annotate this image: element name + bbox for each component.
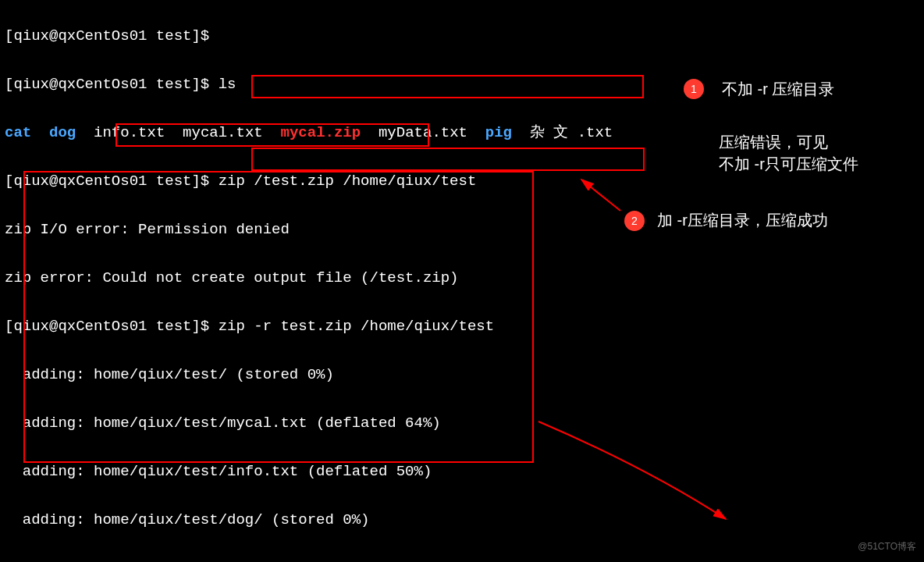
ls-output-1: cat dog info.txt mycal.txt mycal.zip myD… xyxy=(5,121,702,145)
zip-command-1: [qiux@qxCentOs01 test]$ zip /test.zip /h… xyxy=(5,169,702,194)
zip-adding-line: adding: home/qiux/test/mycal.zip (stored… xyxy=(5,557,702,562)
annotation-badge-1: 1 xyxy=(684,79,704,99)
annotation-note-3: 加 -r压缩目录，压缩成功 xyxy=(657,209,828,231)
file-mydata: myData.txt xyxy=(378,124,467,141)
zip-error-output: zip error: Could not create output file … xyxy=(5,266,702,290)
annotation-badge-2: 2 xyxy=(624,211,645,231)
dir-cat: cat xyxy=(5,124,31,141)
zip-adding-line: adding: home/qiux/test/mycal.txt (deflat… xyxy=(5,411,702,436)
file-zawen: 杂 文 .txt xyxy=(530,124,613,141)
dir-pig: pig xyxy=(485,124,512,141)
zip-command-2: [qiux@qxCentOs01 test]$ zip -r test.zip … xyxy=(5,315,702,339)
zip-adding-line: adding: home/qiux/test/info.txt (deflate… xyxy=(5,460,702,484)
file-mycal-txt: mycal.txt xyxy=(183,124,263,141)
prompt-line-ls: [qiux@qxCentOs01 test]$ ls xyxy=(5,73,702,97)
prompt-line: [qiux@qxCentOs01 test]$ xyxy=(5,24,702,48)
annotation-note-1: 不加 -r 压缩目录 xyxy=(722,78,834,100)
dir-dog: dog xyxy=(49,124,76,141)
terminal-output: [qiux@qxCentOs01 test]$ [qiux@qxCentOs01… xyxy=(0,0,702,562)
file-mycal-zip: mycal.zip xyxy=(281,124,361,141)
annotation-note-2: 压缩错误，可见 不加 -r只可压缩文件 xyxy=(719,131,858,175)
file-info: info.txt xyxy=(94,124,165,141)
zip-error-io: zip I/O error: Permission denied xyxy=(5,218,702,242)
zip-adding-line: adding: home/qiux/test/ (stored 0%) xyxy=(5,363,702,387)
watermark: @51CTO博客 xyxy=(858,535,916,559)
zip-adding-line: adding: home/qiux/test/dog/ (stored 0%) xyxy=(5,508,702,532)
